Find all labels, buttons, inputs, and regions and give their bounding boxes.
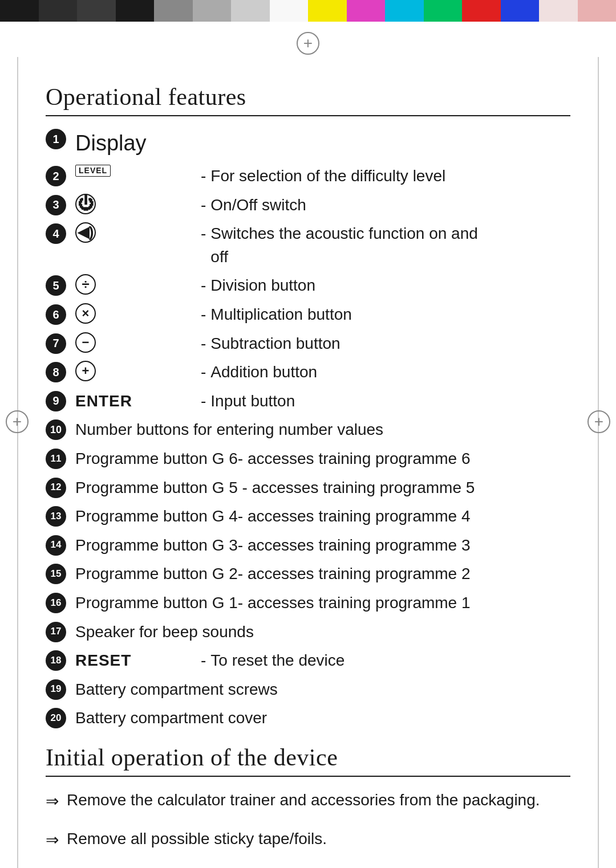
feature-desc-4: - Switches the acoustic function on ando… — [201, 222, 570, 268]
power-icon: ⏻ — [75, 194, 96, 214]
feature-item-2: 2 LEVEL - For selection of the difficult… — [46, 165, 570, 188]
feature-item-15: 15 Programme button G 2- accesses traini… — [46, 563, 570, 586]
left-border — [17, 57, 18, 868]
feature-item-17: 17 Speaker for beep sounds — [46, 621, 570, 644]
color-bar — [0, 0, 616, 22]
feature-item-5: 5 ÷ - Division button — [46, 274, 570, 298]
feature-item-1: 1 Display — [46, 128, 570, 159]
feature-num-7: 7 — [46, 333, 66, 354]
operation-item-3: ⇒ The battery is already preinstalled. T… — [46, 866, 570, 868]
feature-item-9: 9 ENTER - Input button — [46, 390, 570, 413]
speaker-icon: ◀) — [75, 222, 96, 243]
feature-item-16: 16 Programme button G 1- accesses traini… — [46, 592, 570, 615]
feature-item-4: 4 ◀) - Switches the acoustic function on… — [46, 222, 570, 268]
feature-item-10: 10 Number buttons for entering number va… — [46, 418, 570, 442]
feature-num-3: 3 — [46, 195, 66, 215]
feature-num-19: 19 — [46, 679, 66, 700]
feature-num-18: 18 — [46, 650, 66, 671]
feature-item-13: 13 Programme button G 4- accesses traini… — [46, 505, 570, 528]
addition-icon: + — [75, 361, 96, 381]
feature-text-13: Programme button G 4- accesses training … — [75, 505, 570, 528]
feature-item-19: 19 Battery compartment screws — [46, 678, 570, 702]
level-icon: LEVEL — [75, 165, 111, 177]
feature-label-2: LEVEL — [75, 165, 155, 177]
feature-item-11: 11 Programme button G 6- accesses traini… — [46, 447, 570, 471]
color-seg-6 — [193, 0, 232, 22]
feature-desc-18: - To reset the device — [201, 649, 570, 673]
feature-item-20: 20 Battery compartment cover — [46, 707, 570, 730]
feature-text-1: Display — [75, 128, 570, 159]
feature-text-9: Input button — [210, 390, 295, 413]
feature-text-4: Switches the acoustic function on andoff — [210, 222, 478, 268]
feature-item-3: 3 ⏻ - On/Off switch — [46, 194, 570, 217]
feature-label-8: + — [75, 361, 155, 381]
feature-text-5: Division button — [210, 274, 315, 298]
reg-mark-left — [6, 410, 29, 433]
arrow-icon-2: ⇒ — [46, 828, 59, 852]
color-seg-4 — [116, 0, 155, 22]
operation-item-1: ⇒ Remove the calculator trainer and acce… — [46, 788, 570, 813]
feature-text-14: Programme button G 3- accesses training … — [75, 534, 570, 557]
feature-desc-3: - On/Off switch — [201, 194, 570, 217]
feature-num-20: 20 — [46, 708, 66, 728]
feature-text-2: For selection of the difficulty level — [210, 165, 445, 188]
reg-mark-right-circle — [587, 410, 610, 433]
feature-text-19: Battery compartment screws — [75, 678, 570, 702]
color-seg-13 — [462, 0, 501, 22]
color-seg-3 — [77, 0, 116, 22]
feature-num-17: 17 — [46, 622, 66, 642]
feature-label-3: ⏻ — [75, 194, 155, 214]
feature-num-2: 2 — [46, 166, 66, 186]
feature-text-6: Multiplication button — [210, 303, 351, 327]
operation-text-1: Remove the calculator trainer and access… — [67, 788, 570, 812]
feature-num-16: 16 — [46, 593, 66, 613]
feature-text-20: Battery compartment cover — [75, 707, 570, 730]
feature-num-13: 13 — [46, 506, 66, 527]
feature-num-11: 11 — [46, 449, 66, 469]
reg-mark-left-circle — [6, 410, 29, 433]
feature-text-16: Programme button G 1- accesses training … — [75, 592, 570, 615]
feature-label-6: × — [75, 303, 155, 324]
operation-text-3: The battery is already preinstalled. To … — [67, 866, 570, 868]
feature-num-15: 15 — [46, 564, 66, 584]
feature-text-8: Addition button — [210, 361, 317, 384]
operation-item-2: ⇒ Remove all possible sticky tape/foils. — [46, 827, 570, 852]
feature-num-10: 10 — [46, 419, 66, 440]
arrow-icon-1: ⇒ — [46, 789, 59, 813]
feature-desc-8: - Addition button — [201, 361, 570, 384]
initial-divider — [46, 776, 570, 777]
operational-heading: Operational features — [46, 83, 570, 111]
feature-desc-2: - For selection of the difficulty level — [201, 165, 570, 188]
feature-desc-7: - Subtraction button — [201, 332, 570, 356]
feature-item-7: 7 − - Subtraction button — [46, 332, 570, 356]
feature-item-8: 8 + - Addition button — [46, 361, 570, 384]
feature-num-9: 9 — [46, 391, 66, 411]
color-seg-7 — [231, 0, 270, 22]
color-seg-8 — [270, 0, 309, 22]
color-seg-9 — [308, 0, 347, 22]
right-border — [598, 57, 599, 868]
feature-text-11: Programme button G 6- accesses training … — [75, 447, 570, 471]
feature-desc-6: - Multiplication button — [201, 303, 570, 327]
division-icon: ÷ — [75, 274, 96, 295]
feature-num-14: 14 — [46, 535, 66, 556]
operational-divider — [46, 115, 570, 116]
enter-label: ENTER — [75, 390, 132, 413]
feature-text-15: Programme button G 2- accesses training … — [75, 563, 570, 586]
feature-label-7: − — [75, 332, 155, 353]
feature-text-3: On/Off switch — [210, 194, 306, 217]
feature-num-8: 8 — [46, 362, 66, 382]
feature-item-6: 6 × - Multiplication button — [46, 303, 570, 327]
feature-item-12: 12 Programme button G 5 - accesses train… — [46, 476, 570, 500]
feature-num-6: 6 — [46, 304, 66, 325]
color-seg-5 — [154, 0, 193, 22]
initial-heading: Initial operation of the device — [46, 744, 570, 771]
feature-item-14: 14 Programme button G 3- accesses traini… — [46, 534, 570, 557]
color-seg-1 — [0, 0, 39, 22]
reset-label: RESET — [75, 649, 131, 673]
feature-list: 1 Display 2 LEVEL - For selection of the… — [46, 128, 570, 730]
color-seg-10 — [347, 0, 386, 22]
feature-label-5: ÷ — [75, 274, 155, 295]
color-seg-12 — [424, 0, 463, 22]
feature-label-9: ENTER — [75, 390, 189, 413]
